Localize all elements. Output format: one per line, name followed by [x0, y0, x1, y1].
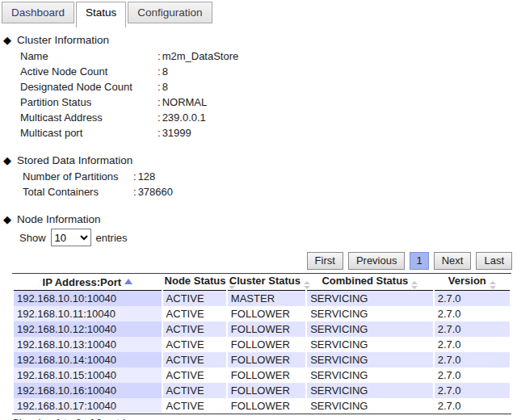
cluster-information-section: ◆ Cluster Information Name:m2m_DataStore… — [0, 34, 517, 141]
info-label: Active Node Count — [20, 64, 158, 79]
cluster-info-row-active-node-count: Active Node Count:8 — [0, 64, 517, 79]
sort-icon — [304, 281, 310, 289]
cell-cluster-status: FOLLOWER — [228, 383, 305, 398]
table-row: 192.168.10.17:10040 ACTIVE FOLLOWER SERV… — [14, 398, 510, 414]
info-label: Designated Node Count — [20, 79, 158, 94]
cell-cluster-status: FOLLOWER — [228, 398, 305, 414]
column-header-label: IP Address:Port — [43, 276, 122, 288]
pagination-last-button[interactable]: Last — [476, 252, 512, 270]
cell-version: 2.7.0 — [435, 321, 510, 337]
cell-ip: 192.168.10.13:10040 — [14, 337, 162, 352]
cluster-info-row-name: Name:m2m_DataStore — [0, 48, 517, 64]
diamond-bullet-icon: ◆ — [3, 34, 11, 46]
cell-node-status: ACTIVE — [163, 383, 226, 398]
column-header-node-status[interactable]: Node Status — [163, 274, 226, 291]
colon: : — [133, 169, 137, 184]
table-summary: Showing 1 to 8 of 8 entries — [12, 417, 517, 420]
sort-icon — [490, 281, 496, 289]
cell-ip: 192.168.10.15:10040 — [14, 368, 162, 383]
info-label: Total Containers — [23, 184, 133, 200]
info-value: 31999 — [162, 125, 191, 141]
cell-cluster-status: FOLLOWER — [228, 306, 305, 321]
cell-cluster-status: FOLLOWER — [228, 368, 305, 383]
colon: : — [158, 110, 161, 125]
pagination-page-1-button[interactable]: 1 — [410, 252, 428, 270]
cell-version: 2.7.0 — [435, 368, 510, 383]
sort-asc-icon — [124, 279, 132, 284]
info-label: Partition Status — [20, 94, 158, 110]
column-header-cluster-status[interactable]: Cluster Status — [228, 274, 305, 291]
cell-node-status: ACTIVE — [163, 368, 226, 383]
stored-info-row-containers: Total Containers:378660 — [0, 184, 517, 200]
table-row: 192.168.10.15:10040 ACTIVE FOLLOWER SERV… — [14, 368, 510, 383]
stored-data-information-section: ◆ Stored Data Information Number of Part… — [0, 154, 517, 200]
sort-icon — [411, 281, 418, 289]
pagination-first-button[interactable]: First — [307, 252, 343, 270]
tab-status[interactable]: Status — [76, 2, 126, 27]
node-information-section: ◆ Node Information Show 10 entries First… — [0, 213, 517, 420]
cell-node-status: ACTIVE — [163, 352, 226, 368]
cluster-info-row-designated-node-count: Designated Node Count:8 — [0, 79, 517, 94]
pagination-previous-button[interactable]: Previous — [348, 252, 406, 270]
colon: : — [158, 125, 161, 141]
colon: : — [158, 79, 161, 94]
cell-ip: 192.168.10.10:10040 — [14, 291, 162, 306]
tab-bar: Dashboard Status Configuration — [0, 0, 517, 26]
diamond-bullet-icon: ◆ — [3, 213, 11, 225]
colon: : — [133, 184, 137, 200]
info-value: 128 — [138, 169, 156, 184]
pagination: First Previous 1 Next Last — [0, 252, 512, 270]
info-label: Number of Partitions — [23, 169, 133, 184]
cell-combined-status: SERVICING — [307, 321, 433, 337]
cell-combined-status: SERVICING — [307, 398, 433, 414]
column-header-ip-address-port[interactable]: IP Address:Port — [14, 274, 162, 291]
cell-combined-status: SERVICING — [307, 383, 433, 398]
column-header-label: Combined Status — [322, 275, 408, 287]
cell-node-status: ACTIVE — [163, 306, 226, 321]
column-header-label: Cluster Status — [229, 275, 301, 287]
cell-node-status: ACTIVE — [163, 398, 226, 414]
cell-version: 2.7.0 — [435, 337, 510, 352]
pagination-next-button[interactable]: Next — [434, 252, 472, 270]
stored-info-row-partitions: Number of Partitions:128 — [0, 169, 517, 184]
show-entries-control: Show 10 entries — [0, 228, 517, 247]
cell-combined-status: SERVICING — [307, 352, 433, 368]
info-value: 239.0.0.1 — [162, 110, 206, 125]
cell-ip: 192.168.10.14:10040 — [14, 352, 162, 368]
cell-node-status: ACTIVE — [163, 337, 226, 352]
cell-node-status: ACTIVE — [163, 321, 226, 337]
cell-ip: 192.168.10.17:10040 — [14, 398, 162, 414]
colon: : — [158, 64, 161, 79]
cell-combined-status: SERVICING — [307, 337, 433, 352]
stored-data-information-title: Stored Data Information — [17, 154, 132, 166]
tab-dashboard[interactable]: Dashboard — [2, 2, 74, 23]
cell-cluster-status: FOLLOWER — [228, 337, 305, 352]
table-row: 192.168.10.14:10040 ACTIVE FOLLOWER SERV… — [14, 352, 510, 368]
cell-cluster-status: FOLLOWER — [228, 321, 305, 337]
page-size-select[interactable]: 10 — [51, 229, 91, 246]
table-row: 192.168.10.12:10040 ACTIVE FOLLOWER SERV… — [14, 321, 510, 337]
table-row: 192.168.10.13:10040 ACTIVE FOLLOWER SERV… — [14, 337, 510, 352]
info-value: 8 — [162, 79, 168, 94]
node-table: IP Address:Port Node Status Cluster Stat… — [12, 273, 511, 414]
cell-combined-status: SERVICING — [307, 306, 433, 321]
cell-version: 2.7.0 — [435, 398, 510, 414]
info-label: Name — [20, 48, 158, 64]
node-information-title: Node Information — [17, 213, 101, 225]
column-header-combined-status[interactable]: Combined Status — [307, 274, 433, 291]
info-value: 8 — [162, 64, 168, 79]
cell-ip: 192.168.10.16:10040 — [14, 383, 162, 398]
cluster-info-row-partition-status: Partition Status:NORMAL — [0, 94, 517, 110]
column-header-label: Version — [448, 275, 486, 287]
tab-configuration[interactable]: Configuration — [128, 2, 212, 23]
info-label: Multicast port — [20, 125, 158, 141]
info-label: Multicast Address — [20, 110, 158, 125]
info-value: NORMAL — [162, 94, 208, 110]
node-table-header-row: IP Address:Port Node Status Cluster Stat… — [14, 274, 510, 291]
cluster-information-title: Cluster Information — [17, 34, 109, 46]
table-row: 192.168.10.16:10040 ACTIVE FOLLOWER SERV… — [14, 383, 510, 398]
show-entries-suffix: entries — [96, 232, 128, 244]
cell-version: 2.7.0 — [435, 383, 510, 398]
info-value: 378660 — [138, 184, 173, 200]
column-header-version[interactable]: Version — [435, 274, 510, 291]
